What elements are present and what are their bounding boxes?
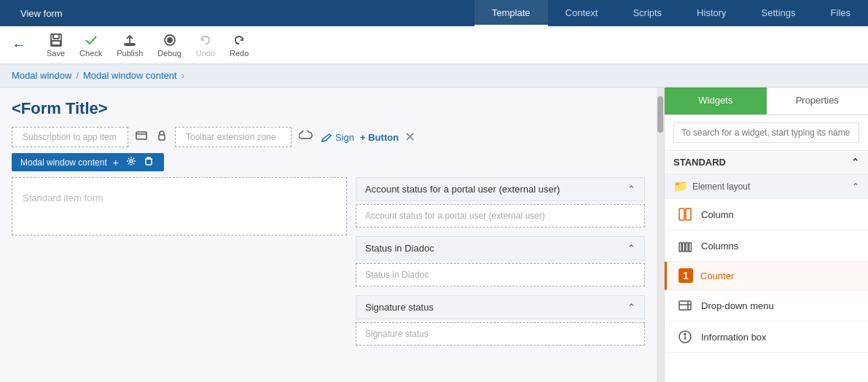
breadcrumb-arrow: › xyxy=(181,70,184,81)
widget-column-label: Column xyxy=(701,209,734,220)
debug-button[interactable]: Debug xyxy=(157,33,181,58)
widget-item-counter[interactable]: 1 Counter xyxy=(665,262,868,290)
toolbar: ← Save Check Publish Debug xyxy=(0,26,868,64)
widget-item-column[interactable]: Column xyxy=(665,199,868,230)
check-button[interactable]: Check xyxy=(79,33,102,58)
tab-context[interactable]: Context xyxy=(548,0,616,26)
field-status-diadoc: Status in Diadoc xyxy=(356,263,645,286)
breadcrumb-modal-window-content[interactable]: Modal window content xyxy=(83,70,177,81)
svg-rect-7 xyxy=(159,135,165,140)
svg-point-18 xyxy=(684,334,686,335)
section-account-status-header[interactable]: Account status for a portal user (extern… xyxy=(356,177,645,201)
panel-tab-widgets[interactable]: Widgets xyxy=(665,87,767,114)
undo-button[interactable]: Undo xyxy=(196,33,215,58)
section-status-diadoc-header[interactable]: Status in Diadoc ⌃ xyxy=(356,236,645,260)
tab-files[interactable]: Files xyxy=(813,0,868,26)
widget-section-standard: STANDARD ⌃ 📁 Element layout ⌃ Colum xyxy=(665,151,868,353)
form-top-bar: Subscription to app item Toolbar extensi… xyxy=(12,127,645,147)
widget-dropdown-label: Drop-down menu xyxy=(701,300,774,311)
left-pane: Standard item form xyxy=(12,177,347,354)
svg-point-8 xyxy=(130,160,133,163)
tab-settings[interactable]: Settings xyxy=(744,0,813,26)
save-button[interactable]: Save xyxy=(47,33,65,58)
standard-section-label: STANDARD xyxy=(673,157,726,168)
svg-rect-9 xyxy=(146,159,152,165)
top-nav-tabs: Template Context Scripts History Setting… xyxy=(474,0,868,26)
right-panel: Widgets Properties STANDARD ⌃ 📁 Element … xyxy=(664,87,868,382)
chevron-up-icon-3[interactable]: ⌃ xyxy=(627,302,636,313)
columns-icon xyxy=(676,237,694,254)
toolbar-ext-zone[interactable]: Toolbar extension zone xyxy=(175,127,292,147)
chevron-up-icon-2[interactable]: ⌃ xyxy=(627,243,636,254)
breadcrumb-modal-window[interactable]: Modal window xyxy=(12,70,71,81)
widget-item-columns[interactable]: Columns xyxy=(665,230,868,262)
subscription-box[interactable]: Subscription to app item xyxy=(12,127,128,147)
svg-point-5 xyxy=(168,38,172,42)
sign-button[interactable]: Sign xyxy=(321,131,354,143)
content-split: Standard item form Account status for a … xyxy=(12,177,645,354)
field-signature-status: Signature status xyxy=(356,322,645,346)
modal-delete-icon-btn[interactable] xyxy=(142,156,155,168)
chevron-up-standard: ⌃ xyxy=(851,157,859,168)
standard-item-form: Standard item form xyxy=(12,177,347,235)
scrollbar-thumb[interactable] xyxy=(657,96,663,133)
main-area: <Form Title> Subscription to app item To… xyxy=(0,87,868,382)
widget-columns-label: Columns xyxy=(701,241,738,252)
chevron-up-icon[interactable]: ⌃ xyxy=(627,184,636,195)
svg-rect-16 xyxy=(679,301,691,310)
right-pane: Account status for a portal user (extern… xyxy=(356,177,645,354)
svg-rect-0 xyxy=(51,34,61,46)
counter-icon: 1 xyxy=(679,268,693,283)
infobox-icon xyxy=(676,328,694,346)
folder-icon: 📁 xyxy=(673,179,688,193)
svg-rect-14 xyxy=(686,243,688,252)
widget-search-input[interactable] xyxy=(673,122,859,143)
section-signature-status-header[interactable]: Signature status ⌃ xyxy=(356,295,645,319)
svg-rect-15 xyxy=(689,243,692,252)
cloud-icon-btn[interactable] xyxy=(297,129,315,145)
svg-rect-12 xyxy=(679,243,681,252)
view-form-title[interactable]: View form xyxy=(6,0,77,26)
form-canvas: <Form Title> Subscription to app item To… xyxy=(0,87,657,382)
breadcrumb: Modal window / Modal window content › xyxy=(0,64,868,87)
panel-tabs: Widgets Properties xyxy=(665,87,868,115)
dropdown-icon xyxy=(676,297,694,314)
element-layout-header[interactable]: 📁 Element layout ⌃ xyxy=(665,174,868,199)
tab-scripts[interactable]: Scripts xyxy=(615,0,679,26)
svg-rect-10 xyxy=(679,208,684,220)
widget-counter-label: Counter xyxy=(700,270,734,281)
subscription-icon-btn[interactable] xyxy=(134,128,149,146)
top-nav: View form Template Context Scripts Histo… xyxy=(0,0,868,26)
svg-rect-2 xyxy=(52,41,60,45)
modal-add-icon-btn[interactable]: + xyxy=(112,157,120,168)
svg-rect-11 xyxy=(686,208,691,220)
svg-rect-6 xyxy=(136,132,146,139)
panel-search-area xyxy=(665,115,868,151)
widget-item-infobox[interactable]: Information box xyxy=(665,321,868,353)
panel-tab-properties[interactable]: Properties xyxy=(767,87,869,114)
widget-item-dropdown[interactable]: Drop-down menu xyxy=(665,290,868,321)
svg-rect-13 xyxy=(683,243,685,252)
svg-rect-1 xyxy=(53,34,59,39)
field-account-status: Account status for a portal user (extern… xyxy=(356,204,645,227)
lock-icon-btn[interactable] xyxy=(155,128,169,146)
widget-infobox-label: Information box xyxy=(701,332,767,343)
redo-button[interactable]: Redo xyxy=(230,33,249,58)
svg-rect-3 xyxy=(125,44,135,45)
modal-label-bar: Modal window content + xyxy=(12,153,645,171)
breadcrumb-sep: / xyxy=(76,70,79,81)
back-button[interactable]: ← xyxy=(12,36,26,53)
main-scrollbar[interactable] xyxy=(657,87,664,382)
close-button[interactable]: ✕ xyxy=(404,129,415,145)
standard-section-header[interactable]: STANDARD ⌃ xyxy=(665,151,868,174)
modal-settings-icon-btn[interactable] xyxy=(125,156,138,168)
section-status-diadoc: Status in Diadoc ⌃ Status in Diadoc xyxy=(356,236,645,286)
tab-template[interactable]: Template xyxy=(474,0,548,26)
element-layout-label: Element layout xyxy=(692,182,750,192)
plus-button-button[interactable]: + Button xyxy=(360,132,399,143)
column-icon xyxy=(676,206,694,223)
section-signature-status: Signature status ⌃ Signature status xyxy=(356,295,645,346)
publish-button[interactable]: Publish xyxy=(117,33,143,58)
form-title: <Form Title> xyxy=(12,99,645,118)
tab-history[interactable]: History xyxy=(679,0,743,26)
